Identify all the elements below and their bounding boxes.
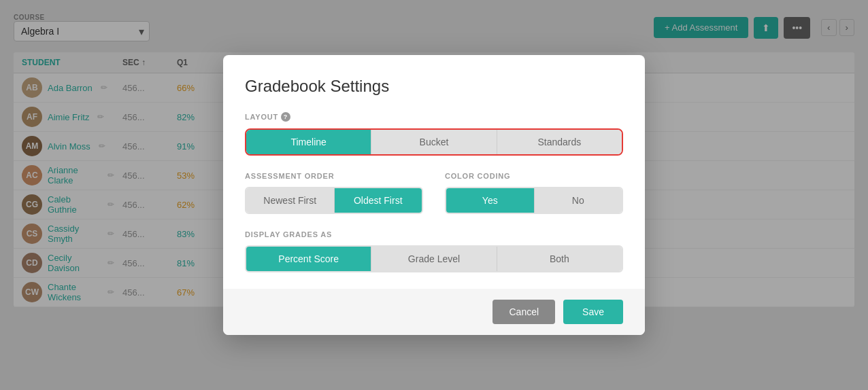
- newest-first-button[interactable]: Newest First: [246, 188, 335, 213]
- color-coding-toggle-group: Yes No: [445, 187, 623, 214]
- modal-body: Gradebook Settings LAYOUT ? Timeline Buc…: [223, 55, 645, 272]
- layout-info-icon[interactable]: ?: [281, 112, 290, 122]
- display-grades-label: DISPLAY GRADES AS: [245, 230, 623, 238]
- gradebook-settings-modal: Gradebook Settings LAYOUT ? Timeline Buc…: [223, 55, 645, 335]
- two-col-settings: ASSESSMENT ORDER Newest First Oldest Fir…: [245, 172, 623, 214]
- assessment-order-toggle-group: Newest First Oldest First: [245, 187, 423, 214]
- assessment-order-label: ASSESSMENT ORDER: [245, 172, 423, 180]
- color-coding-yes-button[interactable]: Yes: [446, 188, 535, 213]
- oldest-first-button[interactable]: Oldest First: [335, 188, 422, 213]
- save-button[interactable]: Save: [563, 300, 623, 324]
- grade-level-button[interactable]: Grade Level: [371, 247, 497, 271]
- color-coding-label: COLOR CODING: [445, 172, 623, 180]
- modal-title: Gradebook Settings: [245, 77, 623, 96]
- color-coding-no-button[interactable]: No: [535, 188, 622, 213]
- layout-section: LAYOUT ? Timeline Bucket Standards: [245, 112, 623, 156]
- layout-timeline-button[interactable]: Timeline: [246, 130, 371, 154]
- modal-footer: Cancel Save: [223, 289, 645, 335]
- layout-bucket-button[interactable]: Bucket: [371, 130, 497, 154]
- percent-score-button[interactable]: Percent Score: [246, 247, 371, 271]
- color-coding-col: COLOR CODING Yes No: [445, 172, 623, 214]
- display-grades-section: DISPLAY GRADES AS Percent Score Grade Le…: [245, 230, 623, 272]
- layout-standards-button[interactable]: Standards: [497, 130, 622, 154]
- both-button[interactable]: Both: [497, 247, 622, 271]
- cancel-button[interactable]: Cancel: [493, 300, 555, 324]
- assessment-order-col: ASSESSMENT ORDER Newest First Oldest Fir…: [245, 172, 423, 214]
- layout-label: LAYOUT ?: [245, 112, 623, 122]
- display-grades-toggle-group: Percent Score Grade Level Both: [245, 245, 623, 272]
- modal-overlay[interactable]: Gradebook Settings LAYOUT ? Timeline Buc…: [0, 0, 868, 390]
- layout-toggle-group: Timeline Bucket Standards: [245, 128, 623, 156]
